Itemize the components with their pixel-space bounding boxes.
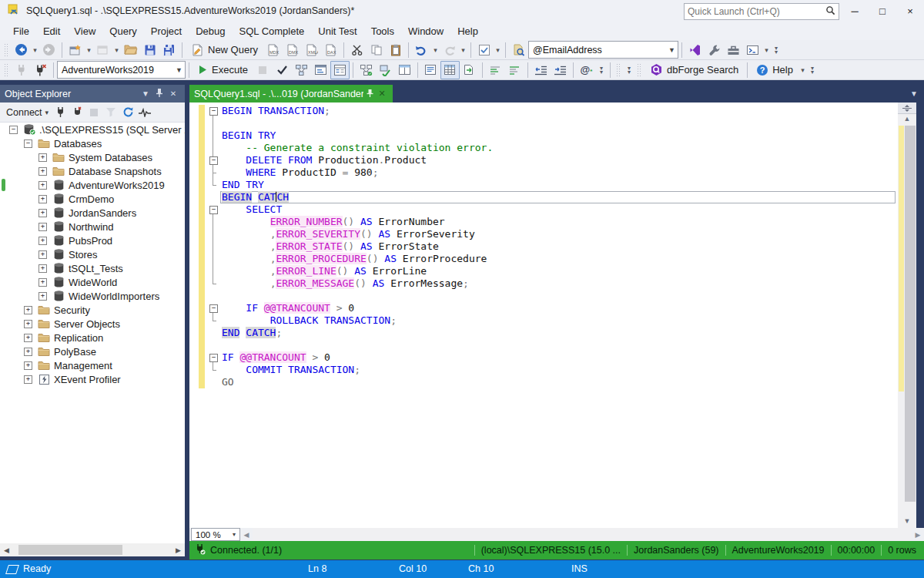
tree-item-database-snapshots[interactable]: +Database Snapshots: [0, 164, 185, 178]
new-dmx-query-button[interactable]: DMX: [283, 41, 302, 59]
code-line-18[interactable]: ROLLBACK TRANSACTION;: [222, 314, 898, 327]
outline-margin[interactable]: −−−−−: [208, 102, 219, 528]
parse-button[interactable]: [273, 61, 292, 79]
code-line-6[interactable]: WHERE ProductID = 980;: [222, 166, 898, 179]
expand-icon[interactable]: +: [38, 223, 47, 231]
close-panel-icon[interactable]: ✕: [166, 89, 180, 98]
code-line-22[interactable]: COMMIT TRANSACTION;: [222, 364, 898, 376]
tree-item-security[interactable]: +Security: [0, 303, 185, 317]
tree-item-tsqlt-tests[interactable]: +tSQLt_Tests: [0, 261, 185, 275]
code-line-21[interactable]: IF @@TRANCOUNT > 0: [222, 351, 898, 364]
command-window-caret-icon[interactable]: ▾: [762, 42, 771, 59]
tree-item-wideworld[interactable]: +WideWorld: [0, 275, 185, 289]
navigate-backward-caret-icon[interactable]: ▾: [31, 42, 39, 59]
code-line-23[interactable]: GO: [222, 376, 898, 388]
expand-icon[interactable]: +: [38, 181, 47, 190]
open-file-button[interactable]: [121, 41, 140, 59]
query-designer-button[interactable]: [395, 61, 414, 79]
stop-icon[interactable]: [85, 105, 102, 120]
execute-button[interactable]: Execute: [192, 62, 253, 79]
cut-button[interactable]: [347, 41, 367, 59]
expand-icon[interactable]: +: [24, 320, 32, 328]
code-line-8[interactable]: BEGIN CATCH: [222, 191, 898, 203]
collapse-icon[interactable]: −: [24, 139, 32, 148]
code-line-15[interactable]: ,ERROR_MESSAGE() AS ErrorMessage;: [222, 277, 898, 290]
include-live-statistics-button[interactable]: [376, 61, 395, 79]
command-window-icon[interactable]: [743, 41, 762, 59]
code-line-3[interactable]: BEGIN TRY: [222, 129, 898, 142]
toolbar-grip[interactable]: [4, 43, 9, 57]
scroll-thumb[interactable]: [905, 126, 916, 502]
menu-unit-test[interactable]: Unit Test: [311, 23, 363, 39]
window-position-caret-icon[interactable]: ▼: [139, 89, 152, 98]
toolbar-grip[interactable]: [616, 63, 621, 77]
expand-icon[interactable]: +: [24, 306, 32, 314]
navigate-backward-button[interactable]: [12, 41, 31, 59]
code-line-20[interactable]: [222, 339, 898, 351]
expand-icon[interactable]: +: [38, 292, 47, 301]
toolbar-options-caret-icon[interactable]: ▾: [494, 42, 502, 59]
sqlcmd-mode-button[interactable]: @*: [577, 61, 596, 79]
tree-item-pubsprod[interactable]: +PubsProd: [0, 234, 185, 247]
menu-tools[interactable]: Tools: [364, 23, 401, 39]
toolbar1-overflow-icon[interactable]: ▾▾: [771, 42, 782, 59]
expand-icon[interactable]: +: [38, 195, 47, 203]
menu-view[interactable]: View: [67, 23, 102, 39]
expand-icon[interactable]: +: [38, 264, 47, 273]
tree-item-management[interactable]: +Management: [0, 358, 185, 372]
tree-item-stores[interactable]: +Stores: [0, 247, 185, 261]
toolbar-grip[interactable]: [4, 63, 9, 77]
add-item-caret-icon[interactable]: ▾: [112, 42, 121, 59]
scroll-thumb[interactable]: [18, 545, 122, 555]
close-button[interactable]: ×: [896, 0, 924, 22]
refresh-icon[interactable]: [119, 105, 136, 120]
new-project-button[interactable]: [65, 41, 85, 59]
object-explorer-header[interactable]: Object Explorer ▼ ✕: [0, 85, 185, 102]
new-dax-query-button[interactable]: DAX: [321, 41, 340, 59]
zoom-level-combobox[interactable]: 100 %▾: [191, 528, 240, 541]
expand-icon[interactable]: +: [24, 334, 32, 342]
uncomment-selection-button[interactable]: [505, 61, 524, 79]
dbforge-search-button[interactable]: dbForge Search: [644, 62, 744, 79]
tree-item-replication[interactable]: +Replication: [0, 331, 185, 344]
help-caret-icon[interactable]: ▾: [798, 62, 807, 79]
toolbar-grip[interactable]: [637, 63, 642, 77]
toolbar2-overflow-icon[interactable]: ▾▾: [807, 62, 818, 79]
scroll-right-icon[interactable]: ▶: [172, 543, 185, 556]
expand-icon[interactable]: +: [24, 348, 32, 356]
collapse-region-icon[interactable]: −: [209, 206, 218, 214]
scroll-right-icon[interactable]: ▶: [912, 528, 924, 541]
expand-icon[interactable]: +: [38, 278, 47, 287]
filter-icon[interactable]: [102, 105, 119, 120]
tree-item-wideworldimporters[interactable]: +WideWorldImporters: [0, 289, 185, 303]
code-line-19[interactable]: END CATCH;: [222, 327, 898, 339]
menu-debug[interactable]: Debug: [189, 23, 232, 39]
database-combobox[interactable]: AdventureWorks2019▼: [57, 61, 186, 79]
include-client-statistics-button[interactable]: [357, 61, 376, 79]
code-line-10[interactable]: ERROR_NUMBER() AS ErrorNumber: [222, 216, 898, 228]
collapse-region-icon[interactable]: −: [209, 354, 218, 362]
menu-file[interactable]: File: [6, 23, 36, 39]
expand-icon[interactable]: +: [24, 361, 32, 370]
code-line-13[interactable]: ,ERROR_PROCEDURE() AS ErrorProcedure: [222, 253, 898, 265]
quick-launch-box[interactable]: [684, 3, 839, 20]
quick-launch-input[interactable]: [685, 6, 825, 17]
increase-indent-button[interactable]: [551, 61, 570, 79]
expand-icon[interactable]: +: [38, 167, 47, 176]
chevron-down-icon[interactable]: ▼: [666, 46, 678, 54]
activity-monitor-icon[interactable]: [136, 105, 153, 120]
tree-item-xevent-profiler[interactable]: +XEvent Profiler: [0, 372, 185, 386]
code-line-9[interactable]: SELECT: [222, 203, 898, 216]
decrease-indent-button[interactable]: [531, 61, 551, 79]
tree-item-sqlexpress15-sql-server-15-0-20[interactable]: −.\SQLEXPRESS15 (SQL Server 15.0.20: [0, 123, 185, 136]
parameter-combobox[interactable]: @EmailAddress▼: [528, 41, 678, 59]
help-button[interactable]: ?Help: [751, 62, 798, 79]
redo-button[interactable]: [440, 41, 459, 59]
tree-item-databases[interactable]: −Databases: [0, 136, 185, 150]
undo-caret-icon[interactable]: ▾: [431, 42, 440, 59]
navigate-forward-button[interactable]: [39, 41, 59, 59]
editor-vscrollbar[interactable]: ▲ ▼: [898, 102, 916, 528]
tree-item-system-databases[interactable]: +System Databases: [0, 150, 185, 164]
new-query-button[interactable]: New Query: [186, 42, 263, 59]
expand-icon[interactable]: +: [38, 237, 47, 245]
